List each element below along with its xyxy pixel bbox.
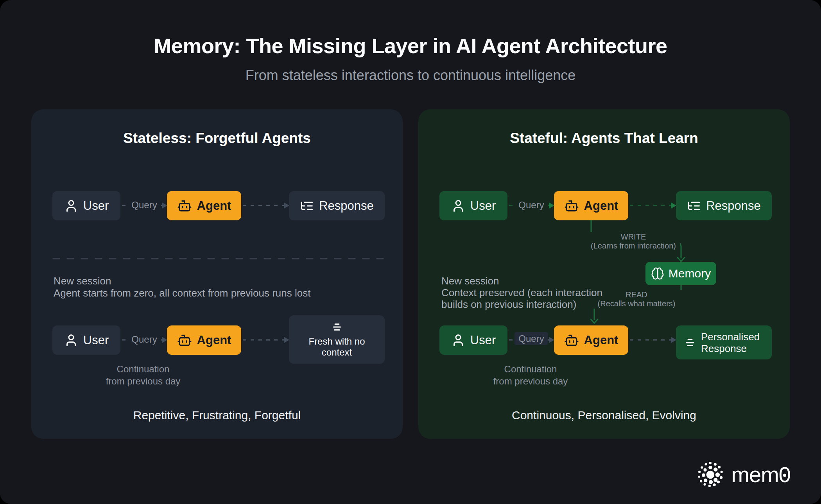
fresh-context-label: Fresh with no context	[302, 336, 372, 358]
session-note: New session Context preserved (each inte…	[441, 275, 602, 310]
stateful-panel: Stateful: Agents That Learn User Query A…	[418, 109, 790, 439]
user-node: User	[52, 325, 120, 355]
list-tree-icon	[300, 199, 314, 213]
user-icon	[451, 333, 465, 347]
mem0-logo: mem0	[697, 460, 791, 488]
query-label: Query	[510, 333, 553, 344]
user-icon	[64, 333, 78, 347]
user-label: User	[83, 199, 109, 213]
stateful-flow-arrows	[418, 109, 790, 439]
list-tree-icon	[687, 199, 701, 213]
user-node: User	[439, 325, 507, 355]
bot-icon	[177, 333, 192, 348]
mem0-logo-text: mem0	[731, 462, 791, 487]
agent-node: Agent	[167, 325, 241, 355]
response-label: Response	[319, 199, 374, 213]
bot-icon	[564, 198, 579, 213]
stateless-summary: Repetitive, Frustrating, Forgetful	[31, 409, 403, 422]
memory-node: Memory	[645, 262, 716, 285]
user-label: User	[470, 199, 496, 213]
brain-icon	[651, 267, 664, 280]
mem0-logo-mark	[697, 460, 725, 488]
response-node: Response	[289, 191, 385, 220]
agent-node: Agent	[554, 325, 628, 355]
agent-label: Agent	[584, 199, 618, 213]
stateful-summary: Continuous, Personalised, Evolving	[418, 409, 790, 422]
continuation-note: Continuation from previous day	[480, 363, 581, 387]
agent-node: Agent	[167, 191, 241, 220]
query-label: Query	[123, 334, 166, 345]
user-node: User	[439, 191, 507, 220]
user-node: User	[52, 191, 120, 220]
stateful-panel-title: Stateful: Agents That Learn	[418, 130, 790, 147]
personalised-response-node: Personalised Response	[676, 325, 772, 359]
personalised-response-label: Personalised Response	[701, 331, 764, 354]
continuation-note: Continuation from previous day	[92, 363, 194, 387]
user-icon	[451, 199, 465, 213]
page-subtitle: From stateless interactions to continuou…	[0, 67, 821, 84]
query-label: Query	[510, 200, 553, 211]
user-label: User	[83, 333, 109, 347]
response-label: Response	[706, 199, 761, 213]
bot-icon	[177, 198, 192, 213]
text-lines-icon	[684, 337, 696, 349]
memory-label: Memory	[669, 267, 711, 280]
bot-icon	[564, 333, 579, 348]
user-icon	[64, 199, 78, 213]
page-title: Memory: The Missing Layer in AI Agent Ar…	[0, 34, 821, 58]
stateless-panel: Stateless: Forgetful Agents User Query A…	[31, 109, 403, 439]
read-label: READ (Recalls what matters)	[590, 290, 683, 309]
agent-node: Agent	[554, 191, 628, 220]
agent-label: Agent	[197, 199, 231, 213]
text-lines-icon	[331, 321, 343, 333]
session-note: New session Agent starts from zero, all …	[54, 275, 310, 299]
response-node: Response	[676, 191, 772, 220]
agent-label: Agent	[584, 333, 618, 347]
agent-label: Agent	[197, 333, 231, 347]
user-label: User	[470, 333, 496, 347]
stateless-flow-arrows	[31, 109, 403, 439]
infographic-canvas: Memory: The Missing Layer in AI Agent Ar…	[0, 0, 821, 504]
fresh-context-node: Fresh with no context	[289, 315, 385, 364]
query-label: Query	[123, 200, 166, 211]
stateless-panel-title: Stateless: Forgetful Agents	[31, 130, 403, 147]
write-label: WRITE (Learns from interaction)	[586, 232, 680, 251]
